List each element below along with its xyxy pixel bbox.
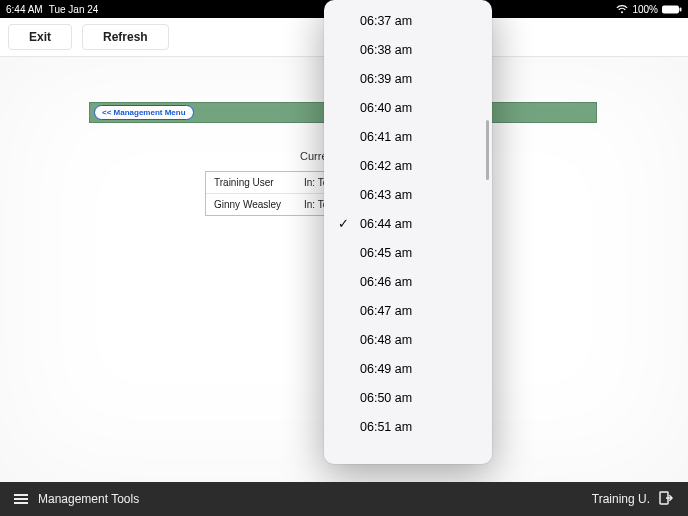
time-option[interactable]: 06:50 am [324, 383, 492, 412]
footer-title: Management Tools [38, 492, 139, 506]
logout-icon [658, 490, 674, 509]
time-option[interactable]: 06:38 am [324, 35, 492, 64]
svg-rect-1 [680, 7, 682, 11]
time-option[interactable]: 06:49 am [324, 354, 492, 383]
time-option[interactable]: 06:39 am [324, 64, 492, 93]
user-menu[interactable]: Training U. [592, 490, 674, 509]
battery-percent: 100% [632, 4, 658, 15]
time-picker-dropdown[interactable]: 06:37 am06:38 am06:39 am06:40 am06:41 am… [324, 0, 492, 464]
exit-button[interactable]: Exit [8, 24, 72, 50]
time-option[interactable]: 06:37 am [324, 6, 492, 35]
scrollbar-thumb[interactable] [486, 120, 489, 180]
management-menu-link[interactable]: << Management Menu [94, 105, 194, 120]
time-option[interactable]: 06:47 am [324, 296, 492, 325]
time-option[interactable]: 06:44 am [324, 209, 492, 238]
refresh-button[interactable]: Refresh [82, 24, 169, 50]
time-option[interactable]: 06:40 am [324, 93, 492, 122]
time-option[interactable]: 06:41 am [324, 122, 492, 151]
footer-bar: Management Tools Training U. [0, 482, 688, 516]
time-option[interactable]: 06:46 am [324, 267, 492, 296]
wifi-icon [616, 5, 628, 14]
row-name: Training User [214, 177, 294, 188]
battery-icon [662, 5, 682, 14]
time-option[interactable]: 06:48 am [324, 325, 492, 354]
time-option[interactable]: 06:51 am [324, 412, 492, 441]
menu-icon[interactable] [14, 494, 28, 504]
time-option[interactable]: 06:43 am [324, 180, 492, 209]
svg-rect-0 [662, 5, 679, 13]
status-date: Tue Jan 24 [49, 4, 99, 15]
status-time: 6:44 AM [6, 4, 43, 15]
row-name: Ginny Weasley [214, 199, 294, 210]
time-option[interactable]: 06:42 am [324, 151, 492, 180]
time-option[interactable]: 06:45 am [324, 238, 492, 267]
footer-user: Training U. [592, 492, 650, 506]
